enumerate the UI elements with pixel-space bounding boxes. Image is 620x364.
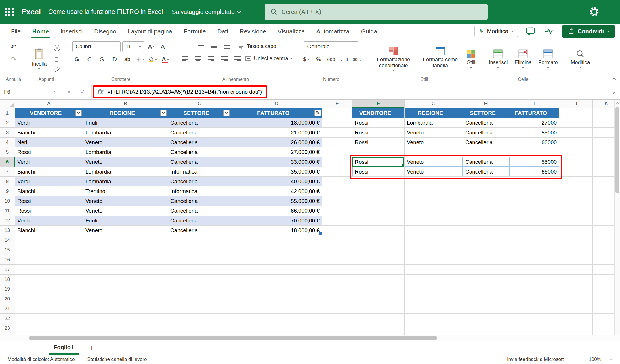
cell-B17[interactable] [83,265,168,275]
decrease-font-size-button[interactable]: A [159,41,169,52]
cell-B16[interactable] [83,255,168,265]
cell-F1[interactable]: VENDITORE [352,108,405,118]
cell-D21[interactable] [231,304,322,314]
cell-A3[interactable]: Bianchi [15,128,83,138]
cell-I20[interactable] [509,294,559,304]
cell-J16[interactable] [559,255,593,265]
cell-E14[interactable] [322,235,352,245]
cell-H13[interactable] [463,226,509,235]
row-header-9[interactable]: 9 [0,186,15,196]
cell-B10[interactable]: Veneto [83,196,168,206]
horizontal-scrollbar[interactable] [0,335,620,341]
row-header-14[interactable]: 14 [0,235,15,245]
mode-switcher-button[interactable]: ✎ Modifica [474,26,518,37]
cell-A14[interactable] [15,235,83,245]
column-header-H[interactable]: H [463,100,509,108]
cell-D7[interactable]: 35.000,00 € [231,167,322,177]
cell-G20[interactable] [405,294,463,304]
cell-J19[interactable] [559,284,593,294]
cell-B6[interactable]: Veneto [83,157,168,167]
cell-J1[interactable] [559,108,593,118]
save-status[interactable]: Salvataggio completato [172,8,240,15]
cell-G4[interactable]: Veneto [405,138,463,147]
vertical-scrollbar[interactable] [614,100,620,335]
cell-C9[interactable]: Informatica [168,186,231,196]
cell-G19[interactable] [405,284,463,294]
tab-formule[interactable]: Formule [178,24,211,39]
cell-I2[interactable]: 27000 [509,118,559,128]
column-header-D[interactable]: D [231,100,322,108]
cell-A15[interactable] [15,245,83,255]
cell-E23[interactable] [322,323,352,333]
column-header-A[interactable]: A [15,100,83,108]
wrap-text-button[interactable]: Testo a capo [238,41,276,51]
cell-D23[interactable] [231,323,322,333]
cell-H12[interactable] [463,216,509,226]
cell-I7[interactable]: 66000 [509,167,559,177]
cell-B7[interactable]: Lombardia [83,167,168,177]
formula-input[interactable]: =FILTRO(A2:D13;(A2:A13=A5)*(B2:B13=B4);"… [108,89,262,95]
scroll-up-arrow[interactable] [615,100,620,106]
cell-D22[interactable] [231,314,322,323]
cell-F11[interactable] [352,206,405,216]
column-header-C[interactable]: C [168,100,231,108]
tab-guida[interactable]: Guida [355,24,383,39]
row-header-5[interactable]: 5 [0,147,15,157]
cell-H1[interactable]: SETTORE [463,108,509,118]
collapse-ribbon-button[interactable] [613,77,615,81]
cell-H8[interactable] [463,177,509,186]
cell-H5[interactable] [463,147,509,157]
cell-D11[interactable]: 66.000,00 € [231,206,322,216]
cell-F21[interactable] [352,304,405,314]
cell-A9[interactable]: Bianchi [15,186,83,196]
cell-B2[interactable]: Friuli [83,118,168,128]
cell-A1[interactable]: VENDITORE [15,108,83,118]
cell-C18[interactable] [168,275,231,284]
cell-D18[interactable] [231,275,322,284]
cell-D19[interactable] [231,284,322,294]
align-left-button[interactable] [179,54,190,63]
double-underline-button[interactable]: D [109,54,120,64]
fx-icon[interactable]: fx [97,88,103,95]
cell-styles-button[interactable]: Stili [464,49,478,68]
cell-E9[interactable] [322,186,352,196]
cell-A20[interactable] [15,294,83,304]
italic-button[interactable]: C [84,54,95,64]
cell-G16[interactable] [405,255,463,265]
cell-G7[interactable]: Veneto [405,167,463,177]
cell-B1[interactable]: REGIONE [83,108,168,118]
cancel-entry-button[interactable]: × [63,84,75,99]
filter-button-B[interactable] [160,110,167,116]
cell-J5[interactable] [559,147,593,157]
feedback-link[interactable]: Invia feedback a Microsoft [507,357,564,362]
delete-cells-button[interactable]: Elimina [512,49,534,68]
row-header-18[interactable]: 18 [0,275,15,284]
insert-cells-button[interactable]: Inserisci [486,49,510,68]
cell-J18[interactable] [559,275,593,284]
increase-font-size-button[interactable]: A [146,41,157,52]
cell-H7[interactable]: Cancelleria [463,167,509,177]
cell-E10[interactable] [322,196,352,206]
cell-I13[interactable] [509,226,559,235]
cell-I16[interactable] [509,255,559,265]
cell-B9[interactable]: Trentino [83,186,168,196]
cell-C23[interactable] [168,323,231,333]
cell-I5[interactable] [509,147,559,157]
align-top-button[interactable] [195,41,207,51]
cell-E4[interactable] [322,138,352,147]
cell-H19[interactable] [463,284,509,294]
cell-F17[interactable] [352,265,405,275]
cell-B22[interactable] [83,314,168,323]
cell-J23[interactable] [559,323,593,333]
cell-D13[interactable]: 18.000,00 € [231,226,322,235]
cell-I11[interactable] [509,206,559,216]
cell-A19[interactable] [15,284,83,294]
calc-mode-status[interactable]: Modalità di calcolo: Automatico [7,357,75,362]
cell-C19[interactable] [168,284,231,294]
cell-C22[interactable] [168,314,231,323]
cell-D4[interactable]: 26.000,00 € [231,138,322,147]
cell-B14[interactable] [83,235,168,245]
align-middle-button[interactable] [208,41,220,51]
column-header-B[interactable]: B [83,100,168,108]
cell-A18[interactable] [15,275,83,284]
